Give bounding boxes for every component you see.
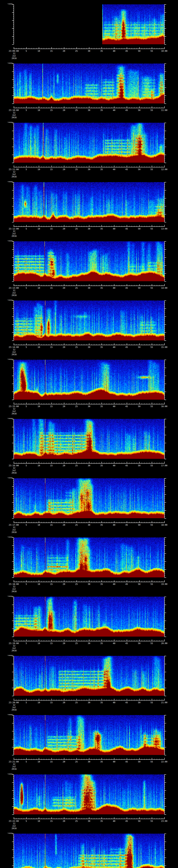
x-axis-minute-label: 10 — [37, 820, 40, 823]
x-axis-minute-label: 15 — [50, 524, 53, 526]
x-axis-minute-label: 35 — [100, 701, 103, 704]
x-axis-date-line: 2016 — [12, 590, 17, 593]
x-axis-minute-label: 30 — [88, 346, 90, 348]
x-axis-minute-label: 30 — [88, 583, 90, 585]
x-axis-start-time-label: 23:12:00 — [9, 227, 19, 230]
x-axis-minute-label: 25 — [75, 50, 78, 52]
x-axis-minute-label: 50 — [138, 464, 140, 467]
spectrogram-canvas — [0, 4, 178, 49]
x-axis-date-line: 2016 — [12, 353, 17, 356]
x-axis-minute-label: 45 — [125, 820, 128, 823]
spectrogram-panel: Frequency (Hz)0200400600800100023:15:005… — [0, 360, 178, 417]
x-axis-minute-label: 55 — [151, 820, 153, 823]
x-axis-minute-label: 50 — [138, 227, 140, 230]
x-axis-start-time-label: 23:11:00 — [9, 168, 19, 170]
x-axis-minute-label: 50 — [138, 346, 140, 348]
x-axis-minute-label: 25 — [75, 524, 78, 526]
x-axis-minute-label: 35 — [100, 227, 103, 230]
spectrogram-canvas — [0, 419, 178, 464]
x-axis-minute-label: 45 — [125, 701, 128, 704]
x-axis-minute-label: 45 — [125, 287, 128, 289]
spectrogram-page: { "page": { "background": "#000000", "ax… — [0, 0, 178, 868]
x-axis-date-line: 12 — [13, 289, 15, 292]
x-axis-minute-label: 20 — [63, 227, 65, 230]
x-axis-minute-label: 45 — [125, 583, 128, 585]
x-axis-minute-label: 55 — [151, 701, 153, 704]
x-axis-minute-label: 55 — [151, 50, 153, 52]
x-axis-minute-label: 50 — [138, 109, 140, 112]
x-axis-minute-label: 45 — [125, 761, 128, 763]
x-axis-start-time-label: 23:13:00 — [9, 287, 19, 289]
x-axis-date-line: 2016 — [12, 116, 17, 119]
x-axis-date-line: 2016 — [12, 709, 17, 711]
x-axis-minute-label: 40 — [113, 227, 115, 230]
x-axis-minute-label: 45 — [125, 168, 128, 170]
spectrogram-canvas — [0, 360, 178, 404]
x-axis-minute-label: 10 — [37, 405, 40, 408]
spectrogram-panel: Frequency (Hz)0200400600800100023:12:005… — [0, 182, 178, 239]
x-axis-minute-label: 10 — [37, 227, 40, 230]
x-axis-minute-label: 15 — [50, 642, 53, 645]
x-axis-minute-label: 25 — [75, 583, 78, 585]
x-axis-end-time-label: 10:00 — [161, 50, 168, 52]
x-axis-minute-label: 15 — [50, 50, 53, 52]
spectrogram-canvas — [0, 834, 178, 868]
x-axis-end-time-label: 18:00 — [161, 524, 168, 526]
x-axis-end-time-label: 22:00 — [161, 761, 168, 763]
spectrogram-canvas — [0, 182, 178, 227]
x-axis-date-line: 2016 — [12, 235, 17, 237]
x-axis-date-line: 2016 — [12, 531, 17, 533]
x-axis-minute-label: 35 — [100, 464, 103, 467]
x-axis-end-time-label: 14:00 — [161, 287, 168, 289]
x-axis-minute-label: 50 — [138, 287, 140, 289]
x-axis-minute-label: 30 — [88, 109, 90, 112]
spectrogram-panel: Frequency (Hz)0200400600800100023:18:005… — [0, 537, 178, 595]
x-axis-date-line: 12 — [13, 348, 15, 351]
x-axis-minute-label: 35 — [100, 287, 103, 289]
x-axis-minute-label: 40 — [113, 524, 115, 526]
x-axis-minute-label: 55 — [151, 287, 153, 289]
x-axis-start-time-label: 23:19:00 — [9, 642, 19, 645]
x-axis-minute-label: 15 — [50, 346, 53, 348]
x-axis-minute-label: 20 — [63, 287, 65, 289]
spectrogram-canvas — [0, 656, 178, 701]
x-axis-minute-label: 5 — [26, 168, 27, 170]
x-axis-minute-label: 45 — [125, 109, 128, 112]
x-axis-date-line: 12 — [13, 645, 15, 647]
x-axis-start-time-label: 23:16:00 — [9, 464, 19, 467]
x-axis-minute-label: 40 — [113, 464, 115, 467]
x-axis-minute-label: 50 — [138, 761, 140, 763]
x-axis-date-line: Jul — [12, 55, 16, 57]
spectrogram-panel: Frequency (Hz)0200400600800100023:19:005… — [0, 597, 178, 654]
x-axis-date-line: 2016 — [12, 649, 17, 652]
x-axis-date-line: 12 — [13, 467, 15, 469]
x-axis-minute-label: 5 — [26, 761, 27, 763]
spectrogram-panel: Frequency (Hz)0200400600800100023:20:005… — [0, 656, 178, 713]
x-axis-end-time-label: 21:00 — [161, 701, 168, 704]
x-axis-minute-label: 35 — [100, 50, 103, 52]
x-axis-minute-label: 20 — [63, 464, 65, 467]
x-axis-minute-label: 20 — [63, 50, 65, 52]
x-axis-minute-label: 40 — [113, 50, 115, 52]
x-axis-minute-label: 20 — [63, 405, 65, 408]
spectrogram-canvas — [0, 64, 178, 108]
x-axis-end-time-label: 20:00 — [161, 642, 168, 645]
x-axis-end-time-label: 23:00 — [161, 820, 168, 823]
x-axis-minute-label: 50 — [138, 642, 140, 645]
x-axis-end-time-label: 11:00 — [161, 109, 168, 112]
x-axis-date-line: Jul — [12, 588, 16, 590]
x-axis-minute-label: 5 — [26, 346, 27, 348]
x-axis-start-time-label: 23:21:00 — [9, 761, 19, 763]
x-axis-minute-label: 25 — [75, 405, 78, 408]
x-axis-date-line: Jul — [12, 351, 16, 353]
x-axis-minute-label: 15 — [50, 820, 53, 823]
x-axis-minute-label: 10 — [37, 109, 40, 112]
x-axis-minute-label: 20 — [63, 346, 65, 348]
x-axis-date-line: Jul — [12, 292, 16, 294]
x-axis-minute-label: 50 — [138, 820, 140, 823]
x-axis-minute-label: 25 — [75, 464, 78, 467]
spectrogram-canvas — [0, 301, 178, 345]
x-axis-minute-label: 15 — [50, 583, 53, 585]
x-axis-minute-label: 10 — [37, 524, 40, 526]
x-axis-minute-label: 10 — [37, 168, 40, 170]
